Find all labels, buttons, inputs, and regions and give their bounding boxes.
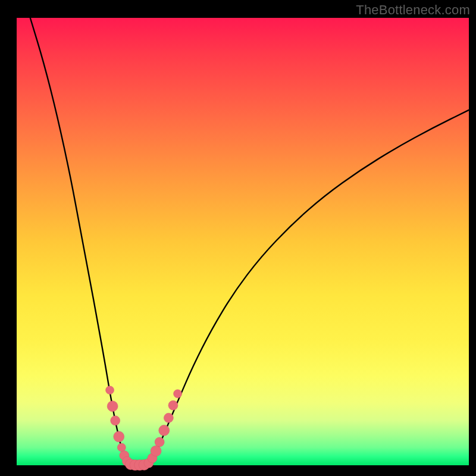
highlight-dot bbox=[174, 390, 182, 398]
highlight-dot bbox=[151, 446, 161, 456]
highlight-dot bbox=[168, 400, 178, 410]
highlight-dot bbox=[114, 431, 124, 442]
frame: TheBottleneck.com bbox=[0, 0, 476, 476]
highlight-dot bbox=[106, 386, 114, 394]
highlight-dot bbox=[111, 416, 120, 425]
highlight-dot bbox=[107, 401, 118, 412]
highlight-dot bbox=[155, 437, 164, 447]
highlight-dot bbox=[164, 413, 173, 422]
chart-svg bbox=[0, 0, 476, 476]
bottleneck-curve bbox=[30, 18, 469, 465]
highlight-dot bbox=[159, 425, 170, 436]
highlight-dot bbox=[117, 443, 126, 452]
